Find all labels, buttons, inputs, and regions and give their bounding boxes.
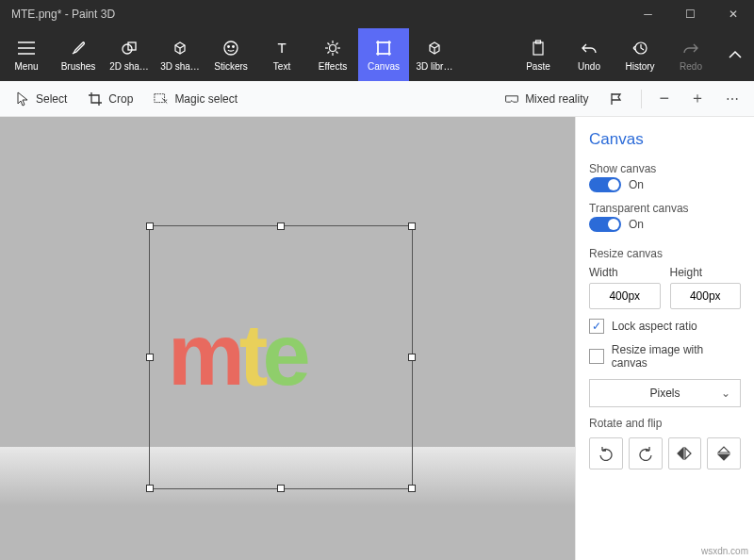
rotate-right-button[interactable] bbox=[629, 437, 663, 469]
canvas-icon bbox=[374, 39, 393, 58]
canvas-panel: Canvas Show canvas On Transparent canvas… bbox=[575, 117, 754, 560]
undo-icon bbox=[580, 39, 598, 58]
redo-button[interactable]: Redo bbox=[665, 28, 716, 81]
plus-icon: ＋ bbox=[690, 89, 705, 108]
canvas-viewport[interactable]: mte bbox=[0, 117, 575, 560]
lock-aspect-checkbox[interactable]: ✓ bbox=[589, 319, 604, 334]
text-tab[interactable]: T Text bbox=[256, 28, 307, 81]
resize-handle[interactable] bbox=[146, 354, 154, 361]
menu-button[interactable]: Menu bbox=[0, 28, 53, 81]
flip-vertical-icon bbox=[717, 446, 730, 461]
resize-image-label: Resize image with canvas bbox=[612, 343, 741, 370]
svg-point-7 bbox=[233, 45, 235, 47]
width-input[interactable] bbox=[589, 283, 661, 309]
maximize-button[interactable]: ☐ bbox=[669, 0, 712, 28]
minimize-button[interactable]: ─ bbox=[627, 0, 669, 28]
svg-text:T: T bbox=[277, 40, 286, 56]
shapes3d-icon bbox=[171, 39, 189, 58]
zoom-in-button[interactable]: ＋ bbox=[682, 85, 713, 112]
paste-icon bbox=[529, 39, 548, 58]
menu-label: Menu bbox=[14, 61, 38, 72]
select-tool[interactable]: Select bbox=[8, 88, 74, 110]
svg-point-3 bbox=[123, 44, 132, 54]
lock-aspect-label: Lock aspect ratio bbox=[612, 320, 697, 333]
show-canvas-label: Show canvas bbox=[589, 162, 741, 175]
crop-icon bbox=[88, 91, 103, 107]
flip-horizontal-icon bbox=[677, 447, 692, 460]
stickers-label: Stickers bbox=[214, 61, 248, 72]
zoom-out-button[interactable]: − bbox=[651, 85, 677, 112]
chevron-up-icon bbox=[728, 50, 743, 59]
resize-canvas-label: Resize canvas bbox=[589, 247, 741, 260]
height-input[interactable] bbox=[670, 283, 742, 309]
resize-handle[interactable] bbox=[277, 485, 285, 492]
unit-select-value: Pixels bbox=[649, 387, 680, 400]
transparent-canvas-label: Transparent canvas bbox=[589, 202, 741, 215]
crop-tool[interactable]: Crop bbox=[80, 88, 140, 110]
svg-line-14 bbox=[328, 42, 330, 44]
history-label: History bbox=[625, 61, 654, 72]
show-canvas-value: On bbox=[629, 178, 644, 191]
resize-handle[interactable] bbox=[408, 485, 416, 492]
flag-icon bbox=[609, 91, 624, 107]
history-button[interactable]: History bbox=[615, 28, 665, 81]
width-label: Width bbox=[589, 266, 661, 279]
view3d-button[interactable] bbox=[601, 88, 631, 110]
shapes2d-tab[interactable]: 2D sha… bbox=[104, 28, 155, 81]
undo-button[interactable]: Undo bbox=[564, 28, 615, 81]
stickers-tab[interactable]: Stickers bbox=[205, 28, 256, 81]
text-label: Text bbox=[273, 61, 290, 72]
close-button[interactable]: ✕ bbox=[712, 0, 754, 28]
resize-image-checkbox[interactable] bbox=[589, 349, 604, 364]
resize-handle[interactable] bbox=[277, 222, 285, 230]
magic-select-tool[interactable]: Magic select bbox=[146, 88, 245, 110]
stickers-icon bbox=[221, 39, 240, 58]
brushes-label: Brushes bbox=[61, 61, 96, 72]
shapes3d-tab[interactable]: 3D sha… bbox=[155, 28, 205, 81]
more-button[interactable]: ⋯ bbox=[718, 88, 746, 110]
redo-icon bbox=[681, 39, 700, 58]
collapse-toolbar-button[interactable] bbox=[716, 28, 754, 81]
library3d-tab[interactable]: 3D libr… bbox=[409, 28, 460, 81]
watermark: wsxdn.com bbox=[701, 546, 748, 556]
redo-label: Redo bbox=[680, 61, 702, 72]
brush-icon bbox=[69, 39, 88, 58]
crop-label: Crop bbox=[108, 92, 133, 106]
transparent-canvas-toggle[interactable] bbox=[589, 217, 621, 232]
divider bbox=[641, 90, 642, 108]
svg-line-15 bbox=[336, 51, 338, 53]
effects-tab[interactable]: Effects bbox=[307, 28, 358, 81]
canvas-tab[interactable]: Canvas bbox=[358, 28, 409, 81]
shapes3d-label: 3D sha… bbox=[160, 61, 200, 72]
shapes2d-icon bbox=[120, 39, 139, 58]
shapes2d-label: 2D sha… bbox=[109, 61, 149, 72]
svg-rect-23 bbox=[533, 42, 543, 55]
flip-vertical-button[interactable] bbox=[707, 437, 741, 469]
effects-icon bbox=[323, 39, 342, 58]
effects-label: Effects bbox=[319, 61, 347, 72]
resize-handle[interactable] bbox=[146, 222, 154, 230]
unit-select[interactable]: Pixels bbox=[589, 379, 741, 407]
paste-label: Paste bbox=[526, 61, 550, 72]
svg-point-5 bbox=[224, 41, 238, 55]
show-canvas-toggle[interactable] bbox=[589, 177, 621, 192]
flip-horizontal-button[interactable] bbox=[668, 437, 702, 469]
selection-box-inner[interactable] bbox=[149, 225, 413, 489]
main-toolbar: Menu Brushes 2D sha… 3D sha… Stickers T … bbox=[0, 28, 754, 81]
panel-heading: Canvas bbox=[589, 130, 741, 149]
paste-button[interactable]: Paste bbox=[513, 28, 564, 81]
rotate-left-button[interactable] bbox=[589, 437, 623, 469]
svg-rect-26 bbox=[155, 93, 165, 102]
mixed-reality-button[interactable]: Mixed reality bbox=[497, 88, 596, 110]
canvas-label: Canvas bbox=[368, 61, 400, 72]
resize-handle[interactable] bbox=[408, 354, 416, 361]
resize-handle[interactable] bbox=[146, 485, 154, 492]
brushes-tab[interactable]: Brushes bbox=[53, 28, 104, 81]
rotate-flip-label: Rotate and flip bbox=[589, 417, 741, 430]
minus-icon: − bbox=[659, 89, 669, 108]
window-title: MTE.png* - Paint 3D bbox=[0, 8, 627, 21]
library3d-label: 3D libr… bbox=[417, 61, 453, 72]
resize-handle[interactable] bbox=[408, 222, 416, 230]
text-icon: T bbox=[272, 39, 291, 58]
rotate-right-icon bbox=[638, 446, 653, 461]
